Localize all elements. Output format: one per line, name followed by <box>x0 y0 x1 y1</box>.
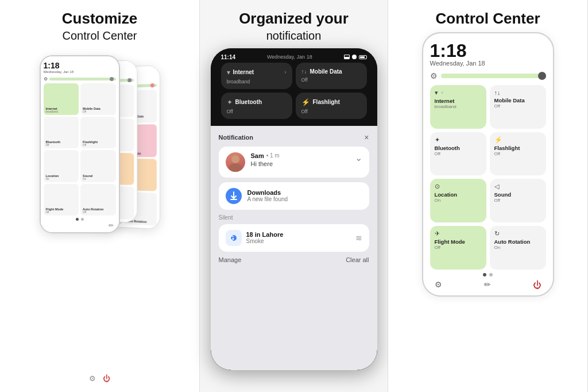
notif-control-tiles: ▾ Internet › broadband ↑↓ Mobile Data Of… <box>221 63 367 119</box>
notif-card-sam[interactable]: Sam • 1 m Hi there ⌄ <box>219 147 369 178</box>
settings-icon-cc[interactable]: ⚙ <box>435 280 442 289</box>
weather-icon: G <box>226 230 242 246</box>
panel1-bottom: ⚙ ⏻ <box>0 374 199 383</box>
bluetooth-icon-tile: ✦ <box>227 98 233 106</box>
cc-tile-autorotation[interactable]: ↻ Auto Rotation On <box>490 226 546 270</box>
gear-icon-cc[interactable]: ⚙ <box>430 71 438 80</box>
panel-customize: Customize Control Center 1:18 Wednesday,… <box>0 0 200 392</box>
panel3-title: Control Center <box>436 10 540 28</box>
edit-icon-front[interactable]: ✏ <box>109 222 114 229</box>
page-dots <box>430 273 546 276</box>
sam-avatar <box>226 152 245 172</box>
manage-button[interactable]: Manage <box>219 256 242 263</box>
sound-icon-cc: ◁ <box>494 183 499 190</box>
location-icon-cc: ⊙ <box>435 183 440 190</box>
notif-close-icon[interactable]: × <box>364 133 369 142</box>
cc-tile-location[interactable]: ⊙ Location On <box>430 179 486 222</box>
expand-icon-sam[interactable]: ⌄ <box>355 152 362 163</box>
downloads-app-icon <box>226 188 242 204</box>
svg-point-0 <box>231 155 239 163</box>
power-icon-cc[interactable]: ⏻ <box>533 280 541 290</box>
brightness-track[interactable] <box>441 74 546 78</box>
mini-screen-front: 1:18 Wednesday, Jan 18 ⚙ Internetbroadba… <box>41 56 119 232</box>
clear-all-button[interactable]: Clear all <box>346 256 369 263</box>
bluetooth-icon-cc: ✦ <box>435 136 440 144</box>
waves-icon: ≋ <box>355 233 362 243</box>
settings-icon-p1[interactable]: ⚙ <box>89 374 96 383</box>
arrow-icon-cc-internet: › <box>442 90 443 95</box>
notif-tile-internet[interactable]: ▾ Internet › broadband <box>221 63 292 89</box>
panel2-subtitle: notification <box>210 29 377 43</box>
dot-2 <box>489 273 493 276</box>
rotation-icon-cc: ↻ <box>494 230 500 237</box>
cc-tile-bluetooth[interactable]: ✦ Bluetooth Off <box>430 132 486 176</box>
phones-stack: 1:18 Wednesday, Jan 18 ⚙ Mobile DataOn M… <box>34 49 166 297</box>
notif-tile-mobiledata[interactable]: ↑↓ Mobile Data Off <box>296 63 367 89</box>
cc-tile-mobiledata[interactable]: ↑↓ Mobile Data Off <box>490 85 546 129</box>
signal-icon-notif <box>344 55 350 59</box>
svg-point-1 <box>229 163 242 172</box>
gear-icon-front: ⚙ <box>44 76 48 82</box>
panel-control-center: Control Center 1:18 Wednesday, Jan 18 ⚙ … <box>388 0 588 392</box>
wifi-icon-tile: ▾ <box>227 68 230 76</box>
battery-icon-notif <box>359 55 367 59</box>
cc-tile-flashlight[interactable]: ⚡ Flashlight Off <box>490 132 546 176</box>
edit-icon-cc[interactable]: ✏ <box>484 280 491 289</box>
notif-tile-flashlight[interactable]: ⚡ Flashlight Off <box>296 93 367 119</box>
flight-icon-cc: ✈ <box>435 230 440 237</box>
mini-grid-front: Internetbroadband Mobile DataOff Bluetoo… <box>44 83 116 216</box>
cc-tiles-grid: ▾ › Internet broadband ↑↓ Mobile Data Of… <box>430 85 546 270</box>
signal-icon-cc: ↑↓ <box>494 89 501 96</box>
cc-tile-sound[interactable]: ◁ Sound Off <box>490 179 546 222</box>
flashlight-icon-cc: ⚡ <box>494 136 502 144</box>
flashlight-icon-tile: ⚡ <box>301 98 310 106</box>
panel2-title: Organized your <box>210 10 377 28</box>
notif-card-downloads[interactable]: Downloads A new file found <box>219 182 369 210</box>
cc-tile-flightmode[interactable]: ✈ Flight Mode Off <box>430 226 486 270</box>
control-center-phone: 1:18 Wednesday, Jan 18 ⚙ ▾ › Internet br… <box>422 32 554 297</box>
panel1-subtitle: Control Center <box>62 29 137 43</box>
notif-light-section: Notification × Sam • 1 m <box>211 126 377 370</box>
panel1-title: Customize <box>62 10 137 28</box>
notif-dark-section: 11:14 Wednesday, Jan 18 ▾ Internet <box>211 48 377 126</box>
brightness-knob[interactable] <box>538 72 546 80</box>
notif-silent-label: Silent <box>219 214 369 221</box>
cc-bottom-bar: ⚙ ✏ ⏻ <box>430 280 546 290</box>
cc-tile-internet[interactable]: ▾ › Internet broadband <box>430 85 486 129</box>
arrow-icon-internet: › <box>284 69 286 75</box>
dot-1 <box>483 273 486 276</box>
panel-notification: Organized your notification 11:14 Wednes… <box>200 0 388 392</box>
signal-icon-tile: ↑↓ <box>301 68 307 75</box>
svg-text:G: G <box>230 235 234 241</box>
phone-front: 1:18 Wednesday, Jan 18 ⚙ Internetbroadba… <box>40 55 120 233</box>
brightness-slider-row: ⚙ <box>430 71 546 80</box>
wifi-icon-notif <box>352 55 357 59</box>
notification-phone: 11:14 Wednesday, Jan 18 ▾ Internet <box>211 48 377 370</box>
notif-card-weather[interactable]: G 18 in Lahore Smoke ≋ <box>219 224 369 252</box>
power-icon-p1[interactable]: ⏻ <box>103 374 110 383</box>
notif-tile-bluetooth[interactable]: ✦ Bluetooth Off <box>221 93 292 119</box>
wifi-icon-cc: ▾ <box>435 89 438 97</box>
